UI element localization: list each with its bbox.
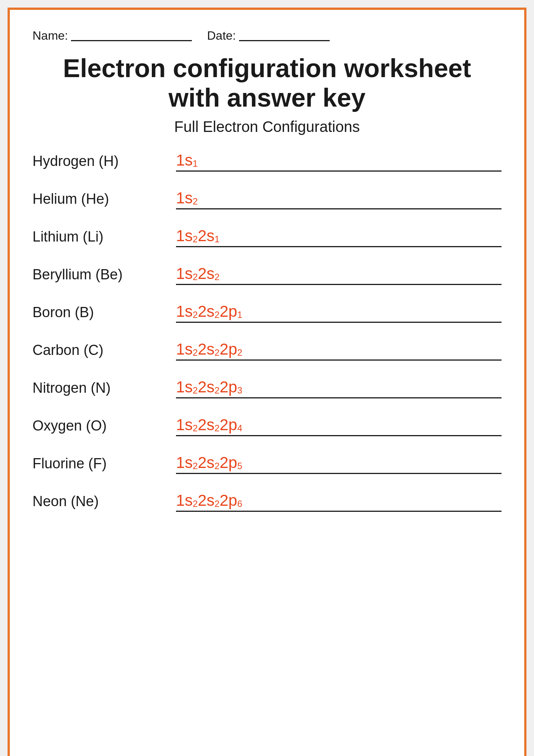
config-area: 1s22s22p3: [176, 377, 502, 398]
config-text: 1s22s22p5: [176, 455, 242, 471]
config-text: 1s22s22p3: [176, 379, 242, 395]
subtitle: Full Electron Configurations: [32, 118, 502, 135]
worksheet-page: Name: Date: Electron configuration works…: [8, 8, 526, 756]
element-row: Nitrogen (N)1s22s22p3: [32, 377, 502, 401]
element-name: Nitrogen (N): [32, 380, 176, 398]
config-text: 1s2: [176, 190, 198, 206]
config-text: 1s22s22p1: [176, 304, 242, 319]
config-area: 1s22s1: [176, 226, 502, 247]
element-name: Fluorine (F): [32, 455, 176, 474]
element-row: Beryllium (Be)1s22s2: [32, 264, 502, 288]
element-name: Hydrogen (H): [32, 153, 176, 172]
element-name: Beryllium (Be): [32, 266, 176, 285]
element-row: Helium (He)1s2: [32, 188, 502, 212]
element-row: Oxygen (O)1s22s22p4: [32, 415, 502, 439]
element-row: Neon (Ne)1s22s22p6: [32, 491, 502, 515]
element-row: Carbon (C)1s22s22p2: [32, 339, 502, 364]
config-area: 1s2: [176, 188, 502, 209]
config-area: 1s22s22p5: [176, 453, 502, 474]
element-row: Hydrogen (H)1s1: [32, 150, 502, 175]
config-text: 1s22s2: [176, 266, 219, 282]
config-area: 1s22s22p1: [176, 302, 502, 323]
config-text: 1s22s22p6: [176, 493, 242, 508]
elements-list: Hydrogen (H)1s1Helium (He)1s2Lithium (Li…: [32, 150, 502, 515]
element-name: Boron (B): [32, 304, 176, 323]
element-name: Neon (Ne): [32, 493, 176, 512]
element-name: Lithium (Li): [32, 229, 176, 247]
element-name: Oxygen (O): [32, 418, 176, 436]
config-area: 1s1: [176, 150, 502, 172]
element-name: Helium (He): [32, 191, 176, 209]
config-area: 1s22s22p2: [176, 339, 502, 361]
main-title: Electron configuration worksheet with an…: [32, 53, 502, 112]
config-area: 1s22s22p4: [176, 415, 502, 436]
element-row: Boron (B)1s22s22p1: [32, 302, 502, 326]
name-label: Name:: [32, 29, 192, 43]
config-text: 1s22s1: [176, 228, 219, 244]
element-row: Lithium (Li)1s22s1: [32, 226, 502, 250]
config-text: 1s22s22p2: [176, 341, 242, 357]
config-area: 1s22s22p6: [176, 491, 502, 512]
config-area: 1s22s2: [176, 264, 502, 285]
date-label: Date:: [207, 29, 329, 43]
element-row: Fluorine (F)1s22s22p5: [32, 453, 502, 477]
config-text: 1s22s22p4: [176, 417, 242, 433]
name-date-row: Name: Date:: [32, 29, 502, 43]
config-text: 1s1: [176, 152, 198, 168]
element-name: Carbon (C): [32, 342, 176, 361]
